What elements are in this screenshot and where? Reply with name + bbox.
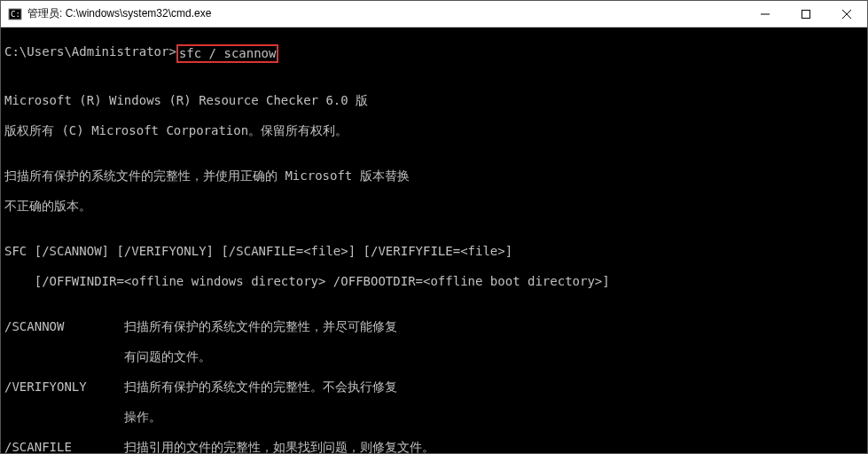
output-line: 操作。 — [4, 410, 864, 425]
output-line: [/OFFWINDIR=<offline windows directory> … — [4, 274, 864, 289]
prompt-path: C:\Users\Administrator> — [4, 44, 176, 63]
output-line: 有问题的文件。 — [4, 349, 864, 364]
window-title: 管理员: C:\windows\system32\cmd.exe — [27, 6, 745, 21]
window-controls — [745, 1, 867, 27]
svg-text:C:: C: — [11, 10, 20, 19]
output-line: /VERIFYONLY 扫描所有保护的系统文件的完整性。不会执行修复 — [4, 380, 864, 395]
output-line: /SCANNOW 扫描所有保护的系统文件的完整性，并尽可能修复 — [4, 319, 864, 334]
terminal-area[interactable]: C:\Users\Administrator>sfc / scannow Mic… — [1, 27, 867, 453]
output-line: /SCANFILE 扫描引用的文件的完整性，如果找到问题，则修复文件。 — [4, 440, 864, 453]
output-line: 扫描所有保护的系统文件的完整性，并使用正确的 Microsoft 版本替换 — [4, 168, 864, 184]
svg-rect-3 — [802, 10, 810, 18]
output-line: Microsoft (R) Windows (R) Resource Check… — [4, 93, 864, 108]
cmd-icon: C: — [8, 7, 22, 21]
close-button[interactable] — [826, 1, 867, 27]
output-line: SFC [/SCANNOW] [/VERIFYONLY] [/SCANFILE=… — [4, 244, 864, 259]
maximize-button[interactable] — [786, 1, 826, 27]
output-line: 不正确的版本。 — [4, 199, 864, 214]
minimize-button[interactable] — [745, 1, 786, 27]
titlebar[interactable]: C: 管理员: C:\windows\system32\cmd.exe — [1, 1, 867, 27]
command-highlight: sfc / scannow — [176, 44, 279, 63]
output-line: 版权所有 (C) Microsoft Corporation。保留所有权利。 — [4, 123, 864, 138]
prompt-line-1: C:\Users\Administrator>sfc / scannow — [4, 44, 864, 63]
